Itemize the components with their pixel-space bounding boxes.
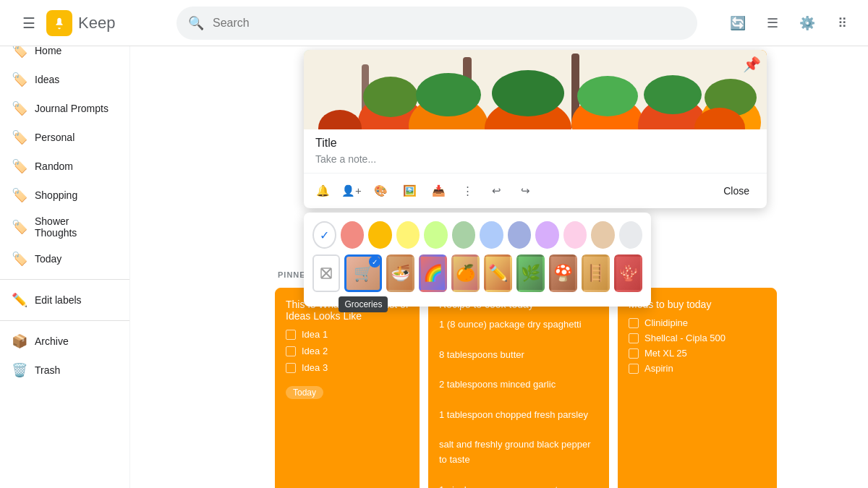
color-swatch-dark-blue[interactable] <box>508 221 532 249</box>
med-item: Met XL 25 <box>629 348 766 359</box>
redo-button[interactable]: ↪ <box>512 178 538 204</box>
sidebar-item-label: Today <box>35 253 61 265</box>
recipe-line: salt and freshly ground black pepper to … <box>439 437 598 468</box>
color-swatch-orange[interactable] <box>368 221 392 249</box>
fruit-icon: 🍊 <box>456 264 475 283</box>
pin-button[interactable]: 📌 <box>743 56 761 73</box>
note-card-meds[interactable]: Meds to buy today Clinidipine Shellcal -… <box>618 288 777 488</box>
sidebar-item-archive[interactable]: 📦 Archive <box>0 327 124 356</box>
label-icon: 🏷️ <box>12 187 27 203</box>
label-icon: 🏷️ <box>12 129 27 145</box>
color-swatch-light-gray[interactable] <box>591 221 615 249</box>
color-swatch-blue[interactable] <box>480 221 503 249</box>
sidebar-item-trash[interactable]: 🗑️ Trash <box>0 356 124 385</box>
svg-point-15 <box>644 75 702 114</box>
refresh-button[interactable]: 🔄 <box>723 9 752 38</box>
sidebar: 🏷️ Health 🏷️ Home 🏷️ Ideas 🏷️ Journal Pr… <box>0 0 130 488</box>
note-title-input[interactable] <box>315 137 755 150</box>
edit-icon: ✏️ <box>12 292 27 308</box>
settings-button[interactable]: ⚙️ <box>793 9 822 38</box>
checkbox[interactable] <box>629 318 639 328</box>
rainbow-icon: 🌈 <box>423 264 443 283</box>
image-swatch-none[interactable] <box>312 254 340 292</box>
undo-button[interactable]: ↩ <box>483 178 509 204</box>
meds-list: Clinidipine Shellcal - Cipla 500 Met XL … <box>629 317 766 374</box>
sidebar-item-shower-thoughts[interactable]: 🏷️ Shower Thoughts <box>0 210 124 244</box>
menu-button[interactable]: ☰ <box>12 6 46 40</box>
image-swatch-fruit[interactable]: 🍊 <box>451 254 480 292</box>
sidebar-item-shopping[interactable]: 🏷️ Shopping <box>0 181 124 210</box>
label-icon: 🏷️ <box>12 100 27 116</box>
reminder-button[interactable]: 🔔 <box>310 178 336 204</box>
layout-button[interactable]: ☰ <box>758 9 787 38</box>
sidebar-item-personal[interactable]: 🏷️ Personal <box>0 123 124 152</box>
sidebar-item-edit-labels[interactable]: ✏️ Edit labels <box>0 286 124 314</box>
sidebar-item-label: Random <box>35 160 73 172</box>
recipe-line: 1 tablespoon chopped fresh parsley <box>439 408 598 423</box>
color-swatch-pink[interactable] <box>341 221 365 249</box>
image-swatch-coral[interactable]: 🪸 <box>614 254 642 292</box>
archive-note-button[interactable]: 📥 <box>425 178 451 204</box>
search-input[interactable] <box>213 17 686 30</box>
swatch-check-icon: ✓ <box>320 228 329 242</box>
sidebar-item-journal-prompts[interactable]: 🏷️ Journal Prompts <box>0 94 124 123</box>
image-swatch-pencils[interactable]: ✏️ <box>484 254 512 292</box>
selected-check: ✓ <box>369 256 380 267</box>
svg-point-12 <box>416 73 481 116</box>
note-header-image: 📌 <box>304 50 767 129</box>
note-body-area[interactable]: Take a note... <box>304 153 767 173</box>
med-label: Met XL 25 <box>644 348 687 359</box>
checkbox[interactable] <box>286 346 296 356</box>
collaborator-button[interactable]: 👤+ <box>339 178 365 204</box>
mushroom-icon: 🍄 <box>553 264 573 283</box>
groceries-swatch-container: 🛒 ✓ Groceries <box>344 254 382 292</box>
checklist-label: Idea 3 <box>302 362 328 373</box>
logo-area: Keep <box>46 10 176 36</box>
close-button[interactable]: Close <box>712 179 761 202</box>
color-swatch-purple[interactable] <box>535 221 559 249</box>
note-card-bullet-list[interactable]: This Is What A Bullet List of Ideas Look… <box>275 288 420 488</box>
med-item: Shellcal - Cipla 500 <box>629 333 766 343</box>
checkbox[interactable] <box>629 333 639 343</box>
check-mark: ✓ <box>372 258 378 266</box>
sidebar-item-today[interactable]: 🏷️ Today <box>0 244 124 273</box>
trash-icon: 🗑️ <box>12 362 27 378</box>
more-button[interactable]: ⠿ <box>827 9 856 38</box>
search-bar[interactable]: 🔍 <box>176 7 697 40</box>
med-label: Aspirin <box>644 363 673 374</box>
image-swatch-plants[interactable]: 🌿 <box>516 254 545 292</box>
note-body: 1 (8 ounce) package dry spaghetti 8 tabl… <box>439 317 598 488</box>
sidebar-item-random[interactable]: 🏷️ Random <box>0 152 124 181</box>
sidebar-item-label: Shopping <box>35 189 77 201</box>
note-card-recipe[interactable]: Recipe to cook today 1 (8 ounce) package… <box>428 288 609 488</box>
label-icon: 🏷️ <box>12 251 27 267</box>
image-swatch-ladder[interactable]: 🪜 <box>582 254 610 292</box>
note-creation-card[interactable]: 📌 Take a note... 🔔 👤+ 🎨 🖼️ 📥 ⋮ ↩ ↪ Close <box>304 50 767 208</box>
recipe-line: 8 tablespoons butter <box>439 348 598 363</box>
sidebar-item-ideas[interactable]: 🏷️ Ideas <box>0 65 124 94</box>
checkbox[interactable] <box>629 364 639 374</box>
sidebar-item-label: Journal Prompts <box>35 103 109 114</box>
header-actions: 🔄 ☰ ⚙️ ⠿ <box>723 9 856 38</box>
image-swatch-food[interactable]: 🍜 <box>386 254 414 292</box>
image-swatch-rainbow[interactable]: 🌈 <box>419 254 447 292</box>
color-swatch-yellow[interactable] <box>396 221 420 249</box>
recipe-line: 2 tablespoons minced garlic <box>439 377 598 393</box>
checkbox[interactable] <box>286 330 296 340</box>
add-image-button[interactable]: 🖼️ <box>396 178 422 204</box>
keep-logo-icon <box>46 10 72 36</box>
sidebar-item-label: Shower Thoughts <box>35 215 112 239</box>
color-swatches-row: ✓ <box>312 221 642 249</box>
checkbox[interactable] <box>286 363 296 373</box>
image-swatch-mushroom[interactable]: 🍄 <box>549 254 577 292</box>
checkbox[interactable] <box>629 348 639 359</box>
color-swatch-gray[interactable] <box>619 221 643 249</box>
change-color-button[interactable]: 🎨 <box>367 178 393 204</box>
color-swatch-green[interactable] <box>452 221 476 249</box>
color-swatch-none[interactable]: ✓ <box>312 221 336 249</box>
image-swatch-groceries[interactable]: 🛒 ✓ <box>344 254 382 292</box>
color-swatch-light-pink[interactable] <box>563 221 587 249</box>
color-swatch-teal[interactable] <box>424 221 448 249</box>
note-tag: Today <box>286 386 323 399</box>
more-options-button[interactable]: ⋮ <box>454 178 480 204</box>
